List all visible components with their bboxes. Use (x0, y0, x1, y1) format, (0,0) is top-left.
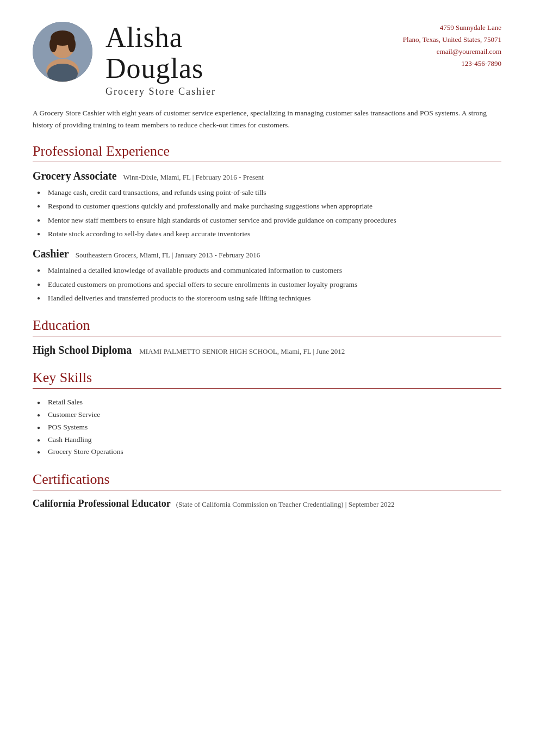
name-block: Alisha Douglas Grocery Store Cashier (105, 22, 393, 97)
certifications-section: Certifications California Professional E… (33, 471, 501, 509)
bullet-item: Rotate stock according to sell-by dates … (37, 228, 501, 240)
bullet-item: Respond to customer questions quickly an… (37, 200, 501, 212)
svg-point-4 (49, 37, 57, 52)
cert-name: California Professional Educator (33, 498, 171, 509)
skill-item: Customer Service (37, 409, 501, 421)
professional-experience-title: Professional Experience (33, 143, 501, 162)
job-entry-1: Grocery Associate Winn-Dixie, Miami, FL … (33, 170, 501, 240)
skill-item: Cash Handling (37, 434, 501, 446)
resume-header: Alisha Douglas Grocery Store Cashier 475… (33, 22, 501, 97)
city-state-line: Plano, Texas, United States, 75071 (393, 34, 501, 46)
contact-block: 4759 Sunnydale Lane Plano, Texas, United… (393, 22, 501, 70)
svg-point-5 (68, 37, 76, 52)
key-skills-title: Key Skills (33, 370, 501, 389)
job-meta-1: Winn-Dixie, Miami, FL | February 2016 - … (123, 173, 264, 182)
education-title: Education (33, 317, 501, 336)
avatar (33, 22, 92, 82)
phone-line: 123-456-7890 (393, 58, 501, 70)
certifications-title: Certifications (33, 471, 501, 490)
education-entry-1: High School Diploma MIAMI PALMETTO SENIO… (33, 344, 501, 357)
summary-text: A Grocery Store Cashier with eight years… (33, 107, 501, 131)
job-bullets-2: Maintained a detailed knowledge of avail… (37, 265, 501, 304)
address-line: 4759 Sunnydale Lane (393, 22, 501, 34)
key-skills-section: Key Skills Retail Sales Customer Service… (33, 370, 501, 459)
skill-item: POS Systems (37, 421, 501, 434)
bullet-item: Manage cash, credit card transactions, a… (37, 187, 501, 199)
cert-entry-1: California Professional Educator (State … (33, 498, 501, 509)
job-entry-2: Cashier Southeastern Grocers, Miami, FL … (33, 248, 501, 304)
job-title-heading: Grocery Store Cashier (105, 86, 393, 97)
edu-meta: MIAMI PALMETTO SENIOR HIGH SCHOOL, Miami… (139, 347, 345, 356)
bullet-item: Educated customers on promotions and spe… (37, 279, 501, 291)
bullet-item: Handled deliveries and transferred produ… (37, 292, 501, 304)
bullet-item: Maintained a detailed knowledge of avail… (37, 265, 501, 276)
job-meta-2: Southeastern Grocers, Miami, FL | Januar… (76, 251, 260, 260)
cert-meta: (State of California Commission on Teach… (176, 500, 395, 509)
job-title-2: Cashier (33, 248, 69, 260)
edu-degree: High School Diploma (33, 344, 132, 357)
full-name: Alisha Douglas (105, 22, 393, 84)
job-bullets-1: Manage cash, credit card transactions, a… (37, 187, 501, 240)
professional-experience-section: Professional Experience Grocery Associat… (33, 143, 501, 304)
education-section: Education High School Diploma MIAMI PALM… (33, 317, 501, 357)
skills-list: Retail Sales Customer Service POS System… (37, 396, 501, 459)
skill-item: Retail Sales (37, 396, 501, 409)
job-title-1: Grocery Associate (33, 170, 117, 182)
email-line: email@youremail.com (393, 46, 501, 58)
skill-item: Grocery Store Operations (37, 446, 501, 458)
bullet-item: Mentor new staff members to ensure high … (37, 214, 501, 226)
